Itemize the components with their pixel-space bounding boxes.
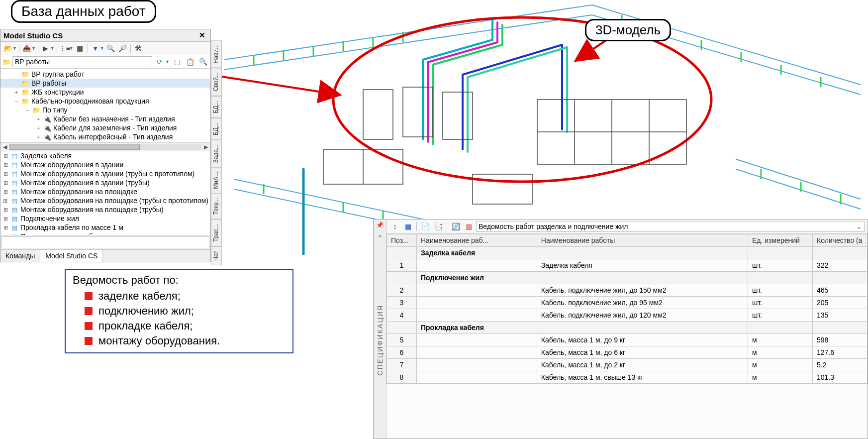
tree-item[interactable]: +🔌Кабели без назначения - Тип изделия [0,114,210,123]
tree-toggle-icon[interactable]: + [35,134,41,140]
table-row[interactable]: 3Кабель. подключение жил, до 95 мм2шт.20… [387,297,868,309]
table-row[interactable]: Заделка кабеля [387,247,868,259]
side-tab[interactable]: Чат [211,246,222,265]
tree-item[interactable]: +📁ЖБ конструкции [0,88,210,97]
side-tab[interactable]: Теку... [211,194,222,220]
command-input[interactable] [1,236,209,248]
list-item-label: Подключение жил [20,215,79,222]
run-icon[interactable]: ▶ [40,43,51,54]
table-row[interactable]: Подключение жил [387,272,868,284]
table-row[interactable]: 6Кабель, масса 1 м, до 6 кгм127.6 [387,346,868,359]
database-tree[interactable]: 📁ВР группа работ📁ВР работы+📁ЖБ конструкц… [0,69,210,142]
tree-toggle-icon[interactable]: + [13,89,19,95]
table-row[interactable]: Прокладка кабеля [387,322,868,334]
columns-icon[interactable]: ▥ [463,221,474,232]
list-item[interactable]: ⊞▤Монтаж оборудования на площадке [0,187,210,196]
col-group[interactable]: Наименование раб... [417,234,537,247]
expand-icon[interactable]: ⊞ [2,189,8,195]
export-xls-icon[interactable]: 📄 [420,221,431,232]
document-icon: ▤ [10,170,18,178]
expand-icon[interactable]: ⊞ [2,162,8,168]
open-icon[interactable]: 📂 [2,43,13,54]
side-tab[interactable]: Свой... [211,68,222,96]
table-row[interactable]: 2Кабель. подключение жил, до 150 мм2шт.4… [387,284,868,297]
list-item-label: Монтаж оборудования на площадке [20,188,137,196]
table-row[interactable]: 8Кабель, масса 1 м, свыше 13 кгм101.3 [387,371,868,384]
new-icon[interactable]: ▢ [172,56,183,67]
tree-item[interactable]: –📁Кабельно-проводниковая продукция [0,97,210,106]
list-item[interactable]: ⊞▤Подключение жил [0,214,210,223]
work-type-list[interactable]: ⊞▤Заделка кабеля⊞▤Монтаж оборудования в … [0,151,210,235]
paste-icon[interactable]: 📋 [185,56,195,67]
list-item[interactable]: ⊞▤Монтаж оборудования в здании (трубы с … [0,169,210,178]
panel-close-button[interactable]: ✕ [197,31,207,40]
tree-toggle-icon[interactable]: – [13,98,19,104]
col-pos[interactable]: Поз... [387,234,417,247]
tree-toggle-icon[interactable]: + [35,125,41,131]
list-icon[interactable]: ⋮≡ [59,43,70,54]
pin-icon[interactable]: 📌 [376,220,384,230]
side-tab[interactable]: Нави... [211,40,222,68]
expand-icon[interactable]: ⊞ [2,180,8,186]
document-icon: ▤ [10,215,18,222]
side-tab-strip: Нави...Свой...БД...БД...Зада...МиА...Тек… [211,40,222,265]
side-tab[interactable]: Трас... [211,220,222,246]
side-tab[interactable]: МиА... [211,167,222,194]
cable-icon: 🔌 [43,124,51,132]
refresh-icon[interactable]: ⟳ [154,56,165,67]
expand-icon[interactable]: ⊞ [2,207,8,213]
tree-toggle-icon[interactable]: – [24,107,30,113]
scroll-left-icon[interactable]: ◀ [0,143,9,151]
tab-commands[interactable]: Команды [0,250,40,262]
list-item[interactable]: ⊞▤Монтаж оборудования на площадке (трубы… [0,205,210,214]
side-tab[interactable]: БД... [211,118,222,140]
tree-item[interactable]: +🔌Кабели для заземления - Тип изделия [0,123,210,132]
tree-toggle-icon[interactable]: + [35,116,41,122]
col-unit[interactable]: Ед. измерений [748,234,813,247]
tree-item[interactable]: –📁По типу [0,106,210,114]
list-item[interactable]: ⊞▤Заделка кабеля [0,151,210,160]
tree-search-input[interactable] [12,56,152,67]
document-icon: ▤ [10,232,18,235]
export-icon[interactable]: 📤 [21,43,32,54]
find-next-icon[interactable]: 🔎 [117,43,128,54]
expand-icon[interactable]: ⊞ [2,224,8,231]
sort-icon[interactable]: ↕ [389,221,400,232]
expand-icon[interactable]: ⊞ [2,198,8,204]
table-icon[interactable]: ▦ [75,43,86,54]
side-tab[interactable]: БД... [211,96,222,118]
tree-item[interactable]: +🔌Кабель интерфейсный - Тип изделия [0,132,210,141]
report-select[interactable]: Ведомость работ разделка и подлючение жи… [476,221,865,232]
specification-table[interactable]: Поз... Наименование раб... Наименование … [386,234,868,384]
table-row[interactable]: 4Кабель. подключение жил, до 120 мм2шт.1… [387,309,868,322]
list-item[interactable]: ⊞▤Монтаж оборудования в здании [0,160,210,169]
table-row[interactable]: 7Кабель, масса 1 м, до 2 кгм5.2 [387,359,868,371]
grid-icon[interactable]: ▦ [402,221,413,232]
expand-icon[interactable]: ⊞ [2,233,8,235]
tree-item[interactable]: 📁ВР группа работ [0,70,210,79]
table-row[interactable]: 1Заделка кабеляшт.322 [387,259,868,272]
side-tab[interactable]: Зада... [211,140,222,168]
settings-icon[interactable]: 🛠 [133,43,144,54]
find-icon[interactable]: 🔍 [105,43,116,54]
col-name[interactable]: Наименование работы [537,234,748,247]
expand-icon[interactable]: ⊞ [2,171,8,177]
export-doc-icon[interactable]: 📑 [433,221,444,232]
refresh-spec-icon[interactable]: 🔄 [450,221,461,232]
filter-icon[interactable]: ▼ [90,43,101,54]
list-item[interactable]: ⊞▤Монтаж оборудования на площадке (трубы… [0,196,210,205]
col-qty[interactable]: Количество (а [813,234,868,247]
tree-item-label: ВР группа работ [31,70,85,78]
scroll-right-icon[interactable]: ▶ [201,143,210,151]
collapse-icon[interactable]: « [378,230,382,241]
tree-h-scrollbar[interactable]: ◀ ▶ [0,142,210,151]
list-item[interactable]: ⊞▤Прокладка кабеля по массе 1 м [0,223,210,232]
zoom-icon[interactable]: 🔍 [197,56,208,67]
list-item[interactable]: ⊞▤Монтаж оборудования в здании (трубы) [0,178,210,187]
expand-icon[interactable]: ⊞ [2,216,8,222]
tab-model-studio[interactable]: Model Studio CS [40,250,103,262]
table-row[interactable]: 5Кабель, масса 1 м, до 9 кгм598 [387,334,868,346]
expand-icon[interactable]: ⊞ [2,153,8,159]
tree-item-label: По типу [42,106,68,114]
tree-item[interactable]: 📁ВР работы [0,79,210,88]
